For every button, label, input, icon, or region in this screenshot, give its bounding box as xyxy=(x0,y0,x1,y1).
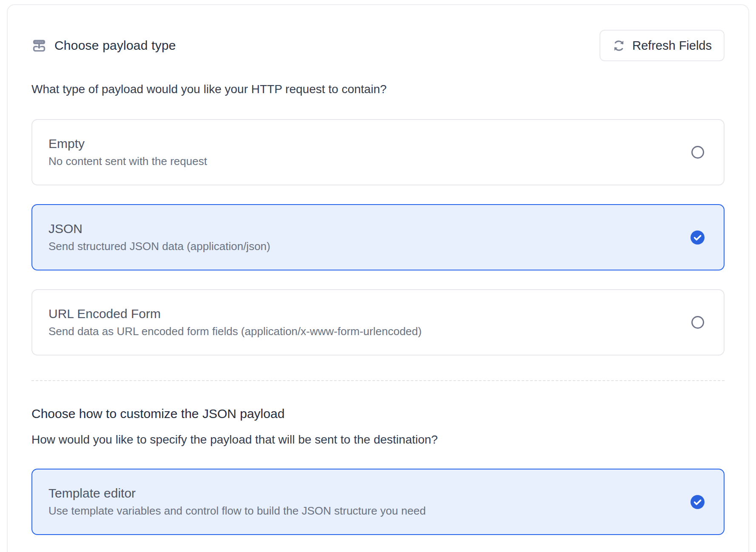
panel-header: Choose payload type Refresh Fields xyxy=(31,30,725,61)
option-description: No content sent with the request xyxy=(48,155,207,168)
option-text: JSON Send structured JSON data (applicat… xyxy=(48,222,270,253)
refresh-icon xyxy=(612,39,625,52)
option-text: Empty No content sent with the request xyxy=(48,137,207,168)
page-title: Choose payload type xyxy=(54,38,176,53)
payload-option-url-encoded-form[interactable]: URL Encoded Form Send data as URL encode… xyxy=(31,289,725,356)
customize-section-title: Choose how to customize the JSON payload xyxy=(31,407,725,421)
check-circle-icon[interactable] xyxy=(691,230,705,245)
payload-settings-panel: Choose payload type Refresh Fields What … xyxy=(7,4,749,552)
option-title: Template editor xyxy=(48,486,426,501)
radio-unselected[interactable] xyxy=(691,316,704,329)
payload-type-options: Empty No content sent with the request J… xyxy=(31,119,725,356)
section-divider xyxy=(31,380,725,381)
option-text: Template editor Use template variables a… xyxy=(48,486,426,518)
check-circle-icon[interactable] xyxy=(691,495,705,509)
radio-unselected[interactable] xyxy=(691,146,704,159)
tray-arrow-down-icon xyxy=(31,38,47,53)
payload-option-json[interactable]: JSON Send structured JSON data (applicat… xyxy=(31,204,725,270)
refresh-fields-label: Refresh Fields xyxy=(632,39,712,53)
title-group: Choose payload type xyxy=(31,38,176,53)
option-description: Send data as URL encoded form fields (ap… xyxy=(48,325,422,338)
option-text: URL Encoded Form Send data as URL encode… xyxy=(48,307,422,338)
option-title: JSON xyxy=(48,222,270,236)
customize-section-question: How would you like to specify the payloa… xyxy=(31,433,725,447)
payload-type-question: What type of payload would you like your… xyxy=(31,83,725,96)
customize-options: Template editor Use template variables a… xyxy=(31,469,725,535)
refresh-fields-button[interactable]: Refresh Fields xyxy=(600,30,725,61)
customize-option-template-editor[interactable]: Template editor Use template variables a… xyxy=(31,469,725,535)
option-title: Empty xyxy=(48,137,207,151)
option-description: Use template variables and control flow … xyxy=(48,504,426,518)
option-description: Send structured JSON data (application/j… xyxy=(48,240,270,253)
payload-option-empty[interactable]: Empty No content sent with the request xyxy=(31,119,725,185)
option-title: URL Encoded Form xyxy=(48,307,422,321)
